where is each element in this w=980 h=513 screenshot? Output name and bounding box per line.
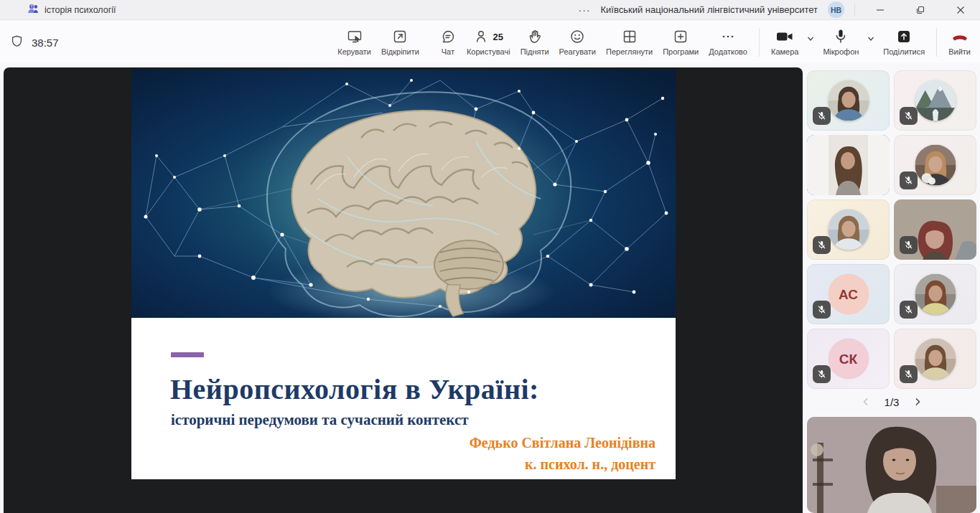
participant-tile[interactable] <box>894 135 976 195</box>
shared-content-stage: Нейропсихологія в Україні: історичні пер… <box>4 67 803 513</box>
chat-button[interactable]: Чат <box>434 22 462 59</box>
chat-icon <box>439 27 457 46</box>
participants-pagination: 1/3 <box>807 389 976 415</box>
participant-tile[interactable] <box>807 199 890 260</box>
mic-muted-icon <box>900 236 918 254</box>
mic-muted-icon <box>900 301 918 319</box>
organization-name: Київський національний лінгвістичний уні… <box>601 4 818 15</box>
leave-button[interactable]: Вийти <box>943 22 976 59</box>
svg-text:T: T <box>31 5 33 9</box>
participant-avatar <box>915 80 956 121</box>
ellipsis-icon <box>719 27 737 46</box>
meeting-toolbar: 38:57 Керувати Відкріпити <box>0 21 980 63</box>
toolbar-divider <box>759 28 760 57</box>
add-app-icon <box>672 27 689 46</box>
pop-out-icon <box>391 27 409 46</box>
participant-tile-active-speaker[interactable] <box>807 135 890 195</box>
participant-tile[interactable] <box>894 70 976 131</box>
view-button[interactable]: Переглянути <box>601 22 658 59</box>
smiley-icon <box>569 27 586 46</box>
grid-view-icon <box>621 27 638 46</box>
participant-tile[interactable] <box>807 70 890 131</box>
camera-button[interactable]: Камера <box>766 22 803 59</box>
participants-button[interactable]: 25 Користувачі <box>462 22 515 59</box>
toolbar-divider <box>936 28 937 57</box>
participant-tile[interactable] <box>894 329 976 389</box>
screen-control-icon <box>346 27 363 46</box>
window-titlebar: T історія психології ··· Київський націо… <box>0 0 980 20</box>
participant-initials: АС <box>828 274 869 315</box>
previous-page-button[interactable] <box>859 395 873 409</box>
mic-muted-icon <box>813 236 831 254</box>
slide-author-degree: к. психол. н., доцент <box>525 456 655 473</box>
participant-avatar <box>915 145 956 186</box>
slide-title: Нейропсихологія в Україні: <box>170 372 539 406</box>
participant-tile[interactable]: АС <box>807 264 890 324</box>
microphone-options-chevron[interactable] <box>864 32 878 48</box>
meeting-tab[interactable]: T історія психології <box>0 0 116 19</box>
slide-author: Федько Світлана Леонідівна <box>470 435 655 451</box>
camera-icon <box>775 27 794 46</box>
timer-value: 38:57 <box>32 37 59 49</box>
raise-hand-button[interactable]: Підняти <box>515 22 554 59</box>
participant-avatar <box>915 339 956 380</box>
slide-accent-bar <box>171 352 204 357</box>
more-options-button[interactable]: Додатково <box>704 22 752 59</box>
account-avatar[interactable]: НВ <box>828 1 844 18</box>
react-button[interactable]: Реагувати <box>554 22 601 59</box>
take-control-button[interactable]: Керувати <box>332 22 376 59</box>
hang-up-icon <box>950 27 970 46</box>
titlebar-divider <box>854 4 855 17</box>
teams-meeting-icon: T <box>27 3 39 17</box>
apps-button[interactable]: Програми <box>658 22 704 59</box>
meeting-tab-label: історія психології <box>45 5 116 15</box>
participant-tile[interactable] <box>894 199 976 260</box>
brain-network-image <box>131 70 676 318</box>
self-view-video[interactable] <box>807 417 976 513</box>
microphone-button[interactable]: Мікрофон <box>818 22 864 59</box>
self-video-frame <box>807 417 976 513</box>
page-indicator: 1/3 <box>885 396 900 408</box>
camera-options-chevron[interactable] <box>803 32 818 48</box>
participant-tile[interactable]: СК <box>807 329 890 389</box>
unpin-button[interactable]: Відкріпити <box>376 22 424 59</box>
participant-avatar <box>915 274 956 315</box>
share-button[interactable]: Поділитися <box>878 22 930 59</box>
mic-muted-icon <box>813 365 831 383</box>
next-page-button[interactable] <box>910 395 925 409</box>
mic-muted-icon <box>900 365 918 383</box>
mic-muted-icon <box>813 107 831 125</box>
mic-muted-icon <box>813 301 831 319</box>
participants-count: 25 <box>493 32 503 42</box>
participant-tile[interactable] <box>894 264 976 324</box>
mic-muted-icon <box>900 171 918 189</box>
people-icon: 25 <box>474 27 503 46</box>
meeting-timer: 38:57 <box>10 34 59 50</box>
restore-button[interactable] <box>905 0 935 19</box>
titlebar-more-button[interactable]: ··· <box>579 4 591 16</box>
participant-avatar <box>828 80 869 121</box>
close-button[interactable] <box>946 0 976 19</box>
presentation-slide: Нейропсихологія в Україні: історичні пер… <box>131 70 676 479</box>
participant-video <box>807 135 890 195</box>
participant-initials: СК <box>828 339 869 380</box>
raised-hand-icon <box>526 27 543 46</box>
share-screen-icon <box>895 27 913 46</box>
mic-muted-icon <box>900 107 918 125</box>
participant-avatar <box>828 210 869 250</box>
participants-panel: АС СК 1/3 <box>807 70 976 415</box>
minimize-button[interactable] <box>865 0 895 19</box>
shield-icon <box>10 34 24 50</box>
slide-subtitle: історичні передумови та сучасний контекс… <box>171 411 469 429</box>
microphone-icon <box>832 27 849 46</box>
